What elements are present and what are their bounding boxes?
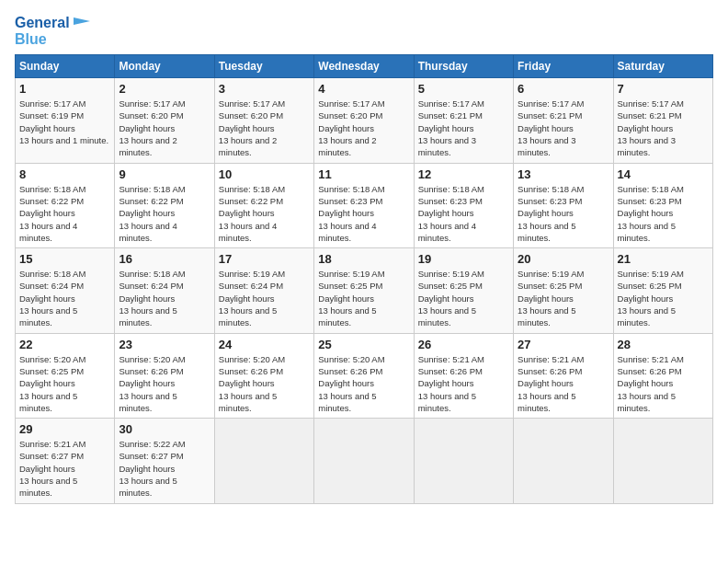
weekday-header-thursday: Thursday xyxy=(414,55,513,78)
sunrise-text: Sunrise: 5:18 AM xyxy=(119,269,185,279)
sunset-text: Sunset: 6:25 PM xyxy=(618,281,682,291)
day-info: Sunrise: 5:18 AM Sunset: 6:24 PM Dayligh… xyxy=(119,268,210,328)
sunset-text: Sunset: 6:26 PM xyxy=(119,366,183,376)
weekday-header-row: SundayMondayTuesdayWednesdayThursdayFrid… xyxy=(16,55,713,78)
day-number: 14 xyxy=(618,167,709,181)
daylight-text: Daylight hours xyxy=(318,123,374,133)
calendar-cell: 30 Sunrise: 5:22 AM Sunset: 6:27 PM Dayl… xyxy=(115,419,214,503)
calendar-cell: 6 Sunrise: 5:17 AM Sunset: 6:21 PM Dayli… xyxy=(514,78,613,163)
daylight-text: Daylight hours xyxy=(518,208,574,218)
daylight-detail: 13 hours and 5 minutes. xyxy=(418,305,476,327)
calendar-cell: 28 Sunrise: 5:21 AM Sunset: 6:26 PM Dayl… xyxy=(613,333,712,418)
daylight-text: Daylight hours xyxy=(19,293,75,304)
daylight-detail: 13 hours and 5 minutes. xyxy=(19,476,77,498)
day-number: 29 xyxy=(19,422,110,436)
daylight-text: Daylight hours xyxy=(119,464,175,474)
header: General Blue xyxy=(15,15,713,47)
day-number: 25 xyxy=(318,338,409,351)
day-number: 6 xyxy=(518,82,609,96)
day-number: 3 xyxy=(219,82,310,96)
day-number: 22 xyxy=(19,338,110,351)
sunset-text: Sunset: 6:26 PM xyxy=(318,366,382,376)
day-info: Sunrise: 5:20 AM Sunset: 6:26 PM Dayligh… xyxy=(318,353,409,414)
sunset-text: Sunset: 6:22 PM xyxy=(119,196,183,206)
calendar-cell: 9 Sunrise: 5:18 AM Sunset: 6:22 PM Dayli… xyxy=(115,163,214,247)
calendar-cell: 11 Sunrise: 5:18 AM Sunset: 6:23 PM Dayl… xyxy=(314,163,414,247)
daylight-detail: 13 hours and 5 minutes. xyxy=(618,391,676,413)
calendar-cell: 14 Sunrise: 5:18 AM Sunset: 6:23 PM Dayl… xyxy=(613,163,712,247)
day-info: Sunrise: 5:17 AM Sunset: 6:20 PM Dayligh… xyxy=(318,98,409,158)
sunset-text: Sunset: 6:24 PM xyxy=(119,281,183,291)
daylight-detail: 13 hours and 2 minutes. xyxy=(318,135,376,157)
calendar-cell: 3 Sunrise: 5:17 AM Sunset: 6:20 PM Dayli… xyxy=(214,78,313,163)
day-info: Sunrise: 5:18 AM Sunset: 6:24 PM Dayligh… xyxy=(19,268,110,328)
daylight-detail: 13 hours and 5 minutes. xyxy=(119,391,176,413)
sunset-text: Sunset: 6:23 PM xyxy=(518,196,582,206)
daylight-detail: 13 hours and 5 minutes. xyxy=(119,305,176,327)
day-number: 8 xyxy=(19,167,110,181)
daylight-text: Daylight hours xyxy=(119,123,175,133)
sunrise-text: Sunrise: 5:21 AM xyxy=(518,354,584,364)
sunrise-text: Sunrise: 5:20 AM xyxy=(19,354,85,364)
day-number: 10 xyxy=(219,167,310,181)
daylight-detail: 13 hours and 3 minutes. xyxy=(618,135,676,157)
sunrise-text: Sunrise: 5:20 AM xyxy=(219,354,285,364)
daylight-detail: 13 hours and 2 minutes. xyxy=(219,135,277,157)
daylight-detail: 13 hours and 5 minutes. xyxy=(318,391,376,413)
sunrise-text: Sunrise: 5:19 AM xyxy=(418,269,484,279)
sunrise-text: Sunrise: 5:18 AM xyxy=(418,184,484,194)
sunrise-text: Sunrise: 5:18 AM xyxy=(618,184,684,194)
sunrise-text: Sunrise: 5:17 AM xyxy=(418,98,484,109)
daylight-text: Daylight hours xyxy=(219,378,275,388)
weekday-header-sunday: Sunday xyxy=(16,55,115,78)
day-number: 9 xyxy=(119,167,210,181)
sunset-text: Sunset: 6:21 PM xyxy=(618,110,682,121)
daylight-text: Daylight hours xyxy=(318,293,374,304)
weekday-header-friday: Friday xyxy=(514,55,613,78)
sunrise-text: Sunrise: 5:21 AM xyxy=(19,439,85,449)
day-info: Sunrise: 5:21 AM Sunset: 6:26 PM Dayligh… xyxy=(618,353,709,414)
sunset-text: Sunset: 6:22 PM xyxy=(19,196,84,206)
sunrise-text: Sunrise: 5:19 AM xyxy=(518,269,584,279)
daylight-text: Daylight hours xyxy=(618,293,674,304)
day-info: Sunrise: 5:17 AM Sunset: 6:20 PM Dayligh… xyxy=(119,98,210,158)
daylight-detail: 13 hours and 5 minutes. xyxy=(518,221,575,243)
day-number: 4 xyxy=(318,82,409,96)
daylight-text: Daylight hours xyxy=(518,123,574,133)
day-number: 12 xyxy=(418,167,509,181)
calendar-cell: 1 Sunrise: 5:17 AM Sunset: 6:19 PM Dayli… xyxy=(16,78,115,163)
sunrise-text: Sunrise: 5:20 AM xyxy=(119,354,185,364)
day-info: Sunrise: 5:19 AM Sunset: 6:25 PM Dayligh… xyxy=(318,268,409,328)
logo: General Blue xyxy=(15,15,90,47)
daylight-detail: 13 hours and 5 minutes. xyxy=(518,305,575,327)
daylight-text: Daylight hours xyxy=(219,123,275,133)
daylight-text: Daylight hours xyxy=(518,378,574,388)
calendar-cell xyxy=(514,419,613,503)
calendar-cell: 5 Sunrise: 5:17 AM Sunset: 6:21 PM Dayli… xyxy=(414,78,513,163)
daylight-detail: 13 hours and 5 minutes. xyxy=(219,391,277,413)
calendar-cell xyxy=(314,419,414,503)
day-info: Sunrise: 5:18 AM Sunset: 6:23 PM Dayligh… xyxy=(318,183,409,244)
sunrise-text: Sunrise: 5:17 AM xyxy=(219,98,285,109)
day-number: 13 xyxy=(518,167,609,181)
calendar-cell: 10 Sunrise: 5:18 AM Sunset: 6:22 PM Dayl… xyxy=(214,163,313,247)
day-number: 5 xyxy=(418,82,509,96)
day-info: Sunrise: 5:20 AM Sunset: 6:26 PM Dayligh… xyxy=(219,353,310,414)
day-info: Sunrise: 5:20 AM Sunset: 6:25 PM Dayligh… xyxy=(19,353,110,414)
day-info: Sunrise: 5:19 AM Sunset: 6:25 PM Dayligh… xyxy=(418,268,509,328)
sunrise-text: Sunrise: 5:19 AM xyxy=(318,269,384,279)
day-number: 1 xyxy=(19,82,110,96)
calendar-week-5: 29 Sunrise: 5:21 AM Sunset: 6:27 PM Dayl… xyxy=(16,419,713,503)
daylight-text: Daylight hours xyxy=(19,208,75,218)
calendar-cell: 29 Sunrise: 5:21 AM Sunset: 6:27 PM Dayl… xyxy=(16,419,115,503)
sunset-text: Sunset: 6:25 PM xyxy=(518,281,582,291)
day-info: Sunrise: 5:18 AM Sunset: 6:23 PM Dayligh… xyxy=(618,183,709,244)
day-info: Sunrise: 5:17 AM Sunset: 6:20 PM Dayligh… xyxy=(219,98,310,158)
sunrise-text: Sunrise: 5:17 AM xyxy=(618,98,684,109)
daylight-text: Daylight hours xyxy=(618,208,674,218)
sunrise-text: Sunrise: 5:18 AM xyxy=(119,184,185,194)
calendar-cell xyxy=(414,419,513,503)
day-number: 30 xyxy=(119,422,210,436)
sunset-text: Sunset: 6:26 PM xyxy=(219,366,283,376)
sunset-text: Sunset: 6:21 PM xyxy=(418,110,483,121)
